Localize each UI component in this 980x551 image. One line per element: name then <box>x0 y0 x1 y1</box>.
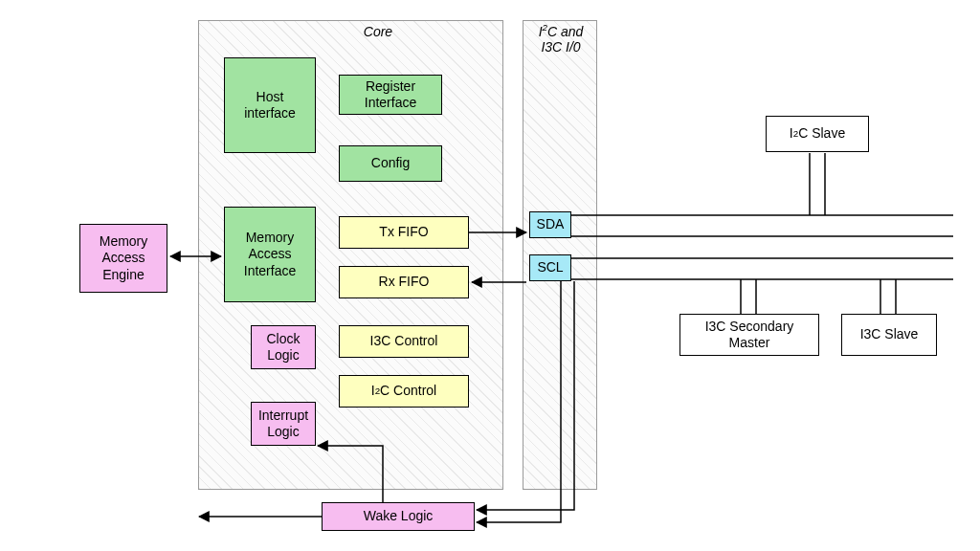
i3c-secondary-master: I3C SecondaryMaster <box>679 314 819 356</box>
i3c-slave: I3C Slave <box>841 314 937 356</box>
clock-logic: ClockLogic <box>251 325 316 369</box>
i3c-control: I3C Control <box>339 325 469 358</box>
sda-pad: SDA <box>529 211 571 238</box>
i2c-slave: I2C Slave <box>766 116 869 152</box>
rx-fifo: Rx FIFO <box>339 266 469 298</box>
i2c-control: I2C Control <box>339 375 469 408</box>
register-interface: RegisterInterface <box>339 75 442 115</box>
host-interface: Hostinterface <box>224 57 316 153</box>
config: Config <box>339 145 442 182</box>
wake-logic: Wake Logic <box>322 502 475 531</box>
scl-pad: SCL <box>529 254 571 281</box>
tx-fifo: Tx FIFO <box>339 216 469 249</box>
memory-access-interface: MemoryAccessInterface <box>224 207 316 302</box>
memory-access-engine: MemoryAccessEngine <box>79 224 167 293</box>
interrupt-logic: InterruptLogic <box>251 402 316 446</box>
